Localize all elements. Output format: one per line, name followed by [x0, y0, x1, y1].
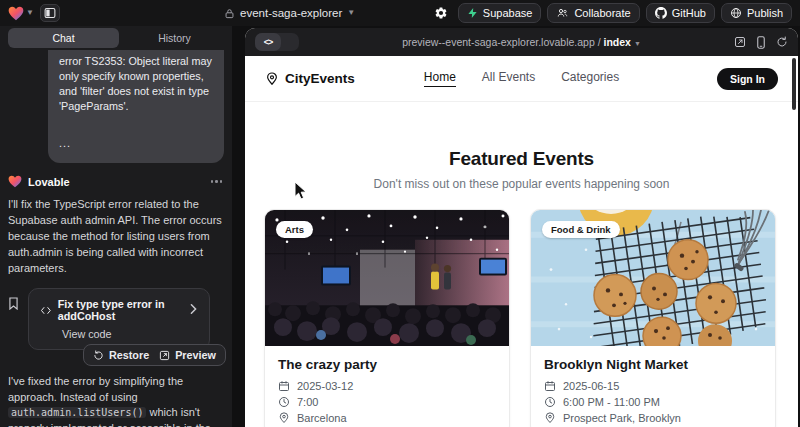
clock-icon — [278, 396, 290, 408]
panel-icon — [44, 7, 56, 19]
preview-panel: <> preview--event-saga-explorer.lovable.… — [245, 28, 798, 427]
hero-title: Featured Events — [245, 148, 798, 170]
github-label: GitHub — [672, 7, 706, 19]
supabase-icon — [467, 7, 478, 19]
preview-route: index — [604, 36, 631, 48]
supabase-button[interactable]: Supabase — [458, 3, 542, 23]
assistant-message-2: I've fixed the error by simplifying the … — [8, 374, 224, 427]
site-header: CityEvents Home All Events Categories Si… — [245, 56, 798, 102]
chat-sidebar: Chat History error TS2353: Object litera… — [0, 26, 232, 427]
github-button[interactable]: GitHub — [646, 3, 715, 23]
event-date: 2025-03-12 — [297, 380, 353, 392]
chat-history-tabs: Chat History — [8, 28, 230, 48]
preview-icon — [159, 350, 170, 361]
settings-button[interactable] — [430, 3, 452, 23]
globe-icon — [730, 7, 742, 19]
refresh-icon[interactable] — [776, 36, 788, 48]
lock-icon — [224, 8, 235, 19]
preview-toolbar: <> preview--event-saga-explorer.lovable.… — [245, 28, 798, 56]
code-view-icon[interactable]: <> — [255, 33, 281, 51]
publish-button[interactable]: Publish — [721, 3, 792, 23]
event-title: The crazy party — [278, 357, 496, 372]
assistant-name: Lovable — [28, 176, 70, 188]
user-message-bubble: error TS2353: Object literal may only sp… — [48, 50, 224, 163]
assistant-message-1: I'll fix the TypeScript error related to… — [8, 196, 224, 276]
event-image-party: Arts — [265, 210, 509, 346]
site-brand[interactable]: CityEvents — [265, 71, 355, 86]
open-external-icon[interactable] — [734, 36, 746, 48]
event-location: Barcelona — [297, 412, 347, 424]
top-bar: ▼ event-saga-explorer ▼ Supabase — [0, 0, 800, 26]
preview-label: Preview — [175, 349, 216, 361]
restore-label: Restore — [109, 349, 149, 361]
lovable-heart-icon — [8, 175, 22, 188]
publish-label: Publish — [747, 7, 783, 19]
nav-home[interactable]: Home — [424, 70, 456, 87]
event-date: 2025-06-15 — [563, 380, 619, 392]
chat-messages[interactable]: error TS2353: Object literal may only sp… — [8, 48, 232, 427]
gear-icon — [434, 6, 448, 20]
code-icon — [41, 306, 51, 315]
event-time: 6:00 PM - 11:00 PM — [563, 396, 660, 408]
code-preview-toggle[interactable]: <> — [255, 33, 299, 51]
user-message-ellipsis: ... — [59, 136, 213, 151]
supabase-label: Supabase — [483, 7, 533, 19]
preview-url[interactable]: preview--event-saga-explorer.lovable.app… — [245, 36, 798, 48]
message-menu-icon[interactable] — [211, 180, 225, 183]
calendar-icon — [278, 380, 290, 392]
preview-scrollbar[interactable] — [792, 58, 796, 110]
hero-section: Featured Events Don't miss out on these … — [245, 148, 798, 191]
bookmark-icon[interactable] — [8, 296, 19, 314]
chevron-down-icon: ▼ — [634, 40, 641, 47]
event-card[interactable]: Arts The crazy party 2025-03-12 — [264, 209, 510, 427]
inline-code: auth.admin.listUsers() — [8, 407, 146, 418]
event-cards: Arts The crazy party 2025-03-12 — [245, 209, 798, 427]
collaborate-label: Collaborate — [574, 7, 630, 19]
event-time: 7:00 — [297, 396, 318, 408]
toggle-sidebar-button[interactable] — [40, 4, 60, 22]
user-message-text: error TS2353: Object literal may only sp… — [59, 54, 213, 114]
code-change-card[interactable]: Fix type type error in addCoHost View co… — [28, 288, 210, 350]
event-location: Prospect Park, Brooklyn — [563, 412, 681, 424]
tab-history[interactable]: History — [119, 28, 230, 48]
project-switcher[interactable]: event-saga-explorer ▼ — [224, 0, 355, 26]
nav-categories[interactable]: Categories — [561, 70, 619, 87]
event-image-cookies: Food & Drink — [531, 210, 775, 346]
chevron-down-icon: ▼ — [26, 9, 34, 17]
calendar-icon — [544, 380, 556, 392]
project-name: event-saga-explorer — [240, 7, 342, 19]
view-code-link[interactable]: View code — [41, 328, 197, 340]
category-badge: Food & Drink — [542, 221, 620, 238]
tab-chat[interactable]: Chat — [8, 28, 119, 48]
people-icon — [556, 7, 569, 19]
mobile-view-icon[interactable] — [756, 36, 766, 49]
nav-all-events[interactable]: All Events — [482, 70, 535, 87]
chevron-down-icon: ▼ — [347, 9, 355, 17]
brand-name: CityEvents — [285, 71, 355, 86]
lovable-heart-icon — [8, 6, 24, 21]
location-pin-icon — [544, 412, 556, 424]
github-icon — [655, 7, 667, 19]
code-change-title: Fix type type error in addCoHost — [58, 298, 183, 322]
event-card[interactable]: Food & Drink Brooklyn Night Market 2025-… — [530, 209, 776, 427]
collaborate-button[interactable]: Collaborate — [547, 3, 639, 23]
site-viewport: CityEvents Home All Events Categories Si… — [245, 56, 798, 427]
chevron-right-icon — [190, 304, 197, 316]
restore-icon — [93, 350, 104, 361]
preview-button[interactable]: Preview — [159, 349, 216, 361]
clock-icon — [544, 396, 556, 408]
version-actions: Restore Preview — [83, 344, 226, 366]
sign-in-button[interactable]: Sign In — [717, 68, 778, 90]
event-title: Brooklyn Night Market — [544, 357, 762, 372]
location-pin-icon — [278, 412, 290, 424]
category-badge: Arts — [276, 221, 313, 238]
location-pin-icon — [265, 72, 279, 86]
hero-subtitle: Don't miss out on these popular events h… — [245, 177, 798, 191]
restore-button[interactable]: Restore — [93, 349, 149, 361]
lovable-logo-menu[interactable]: ▼ — [8, 6, 34, 21]
